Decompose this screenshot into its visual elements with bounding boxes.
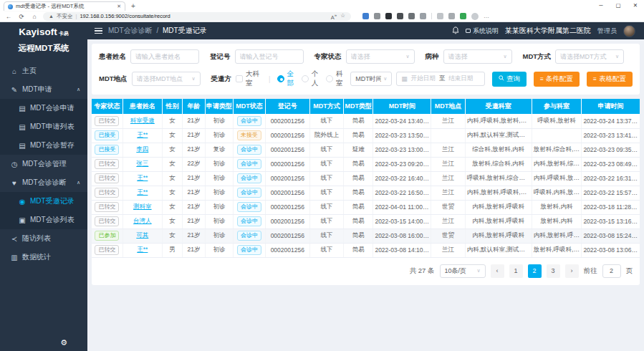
column-header-登记号: 登记号 (265, 99, 309, 114)
sidebar-item-label: 随访列表 (22, 234, 51, 244)
browser-tab[interactable]: mdt受邀记录 - 远程MDT系统 ✕ (4, 1, 125, 11)
big-dept-checkbox[interactable] (236, 75, 243, 82)
sidebar-item-MDT会诊申请[interactable]: ▤MDT会诊申请 (0, 99, 87, 117)
extension-icon[interactable] (362, 13, 369, 19)
page-size-select[interactable]: 10条/页 ∨ (440, 264, 486, 278)
radio-dot-icon (326, 75, 333, 82)
mdt-time-type-select[interactable]: MDT时间 ∨ (350, 72, 392, 86)
age-cell: 21岁 (183, 186, 205, 200)
sidebar-item-MDT申请[interactable]: ✎MDT申请∧ (0, 80, 87, 99)
patient-name-cell[interactable]: 测科室 (122, 200, 162, 214)
invitee-radio-科室[interactable]: 科室 (326, 69, 343, 88)
sidebar-item-MDT申请列表[interactable]: ▤MDT申请列表 (0, 117, 87, 136)
patient-name-link[interactable]: 王** (137, 188, 148, 196)
patient-name-input[interactable] (130, 49, 199, 64)
patient-name-cell[interactable]: 台湾人 (122, 214, 162, 229)
table-row: 已转交台湾人女21岁初诊会诊中0002001256线下简易2022-03-15 … (92, 214, 640, 229)
collections-icon[interactable] (448, 13, 455, 19)
page-button-1[interactable]: 1 (509, 264, 523, 278)
minimize-button[interactable]: ─ (592, 0, 610, 10)
invitee-radio-group: 全部个人科室 (277, 69, 351, 88)
sidebar-item-MDT会诊管理[interactable]: ◷MDT会诊管理 (0, 155, 87, 173)
patient-name-link[interactable]: 李四 (136, 145, 148, 153)
favorite-star-icon[interactable]: ☆ (340, 12, 345, 21)
close-button[interactable]: ✕ (627, 0, 644, 10)
sidebar-item-主页[interactable]: ⌂主页 (0, 62, 87, 80)
mdt-status-cell: 会诊中 (234, 243, 265, 257)
maximize-button[interactable]: ▢ (610, 0, 627, 10)
search-button[interactable]: 查询 (492, 72, 527, 87)
sidebar-item-label: MDT会诊申请 (30, 103, 75, 113)
patient-name-link[interactable]: 台湾人 (133, 217, 152, 224)
extension-icon[interactable] (408, 13, 415, 19)
extension-icon[interactable] (385, 13, 392, 19)
sidebar-item-MDT会诊暂存[interactable]: ▤MDT会诊暂存 (0, 136, 87, 155)
patient-name-link[interactable]: 王** (137, 246, 148, 253)
registration-no-input[interactable] (240, 53, 299, 60)
date-range-picker[interactable]: ▦ 开始日期 至 结束日期 (396, 72, 485, 86)
patient-name-cell[interactable]: 王** (122, 243, 162, 257)
home-icon[interactable]: ⌂ (30, 13, 39, 20)
settings-gear-icon[interactable]: ⚙ (60, 338, 67, 347)
patient-name-input[interactable] (135, 53, 194, 60)
invitee-radio-个人[interactable]: 个人 (302, 69, 319, 88)
system-help-link[interactable]: 系统说明 (466, 27, 499, 36)
mdt-mode-select[interactable]: 请选择MDT方式∨ (555, 49, 624, 64)
mdt-location-select[interactable]: 请选择MDT地点 ∨ (132, 72, 201, 86)
invitee-radio-全部[interactable]: 全部 (277, 69, 294, 88)
tab-close-icon[interactable]: ✕ (117, 4, 121, 9)
patient-name-link[interactable]: 科室受邀 (130, 117, 155, 124)
browser-menu-icon[interactable]: … (484, 13, 490, 19)
page-button-3[interactable]: 3 (547, 264, 560, 278)
column-header-申请时间: 申请时间 (582, 99, 640, 114)
patient-name-cell[interactable]: 王** (122, 128, 162, 143)
table-config-button[interactable]: ≡ 表格配置 (587, 72, 633, 87)
patient-name-cell[interactable]: 王** (122, 186, 162, 200)
menu-collapse-icon[interactable] (95, 28, 102, 34)
page-button-2[interactable]: 2 (528, 264, 542, 278)
extension-icon[interactable] (374, 13, 380, 19)
condition-config-button[interactable]: ≡ 条件配置 (534, 72, 580, 87)
age-cell: 21岁 (183, 128, 205, 143)
table-row: 已参加可其女21岁初诊会诊中0002001256线下简易2022-03-08 1… (92, 229, 640, 243)
back-icon[interactable]: ← (4, 13, 13, 20)
search-icon (499, 75, 504, 82)
sidebar-item-数据统计[interactable]: ▥数据统计 (0, 248, 87, 266)
mdt-mode-cell: 线下 (309, 229, 343, 243)
read-aloud-icon[interactable]: A» (331, 12, 337, 21)
prev-page-button[interactable]: ‹ (491, 264, 504, 278)
refresh-icon[interactable]: ⟳ (17, 13, 26, 20)
split-screen-icon[interactable] (437, 13, 443, 19)
sidebar-item-MDT受邀记录[interactable]: ◉MDT受邀记录 (0, 192, 87, 211)
notification-bell-icon[interactable] (452, 24, 459, 37)
new-tab-button[interactable]: + (131, 1, 135, 11)
expert-status-select[interactable]: 请选择∨ (346, 49, 415, 64)
sidebar-item-MDT会诊诊断[interactable]: ♥MDT会诊诊断∧ (0, 173, 87, 192)
next-page-button[interactable]: › (565, 264, 579, 278)
patient-name-cell[interactable]: 王** (122, 171, 162, 186)
patient-name-link[interactable]: 可其 (136, 231, 148, 239)
patient-name-cell[interactable]: 李四 (122, 143, 162, 157)
sidebar-item-随访列表[interactable]: ≺随访列表 (0, 229, 87, 248)
extension-icon[interactable] (460, 13, 466, 19)
sidebar-item-MDT会诊列表[interactable]: ▣MDT会诊列表 (0, 211, 87, 229)
goto-page-input[interactable] (602, 264, 621, 278)
patient-name-cell[interactable]: 张三 (122, 157, 162, 171)
browser-profile-avatar[interactable] (471, 13, 479, 20)
patient-name-link[interactable]: 张三 (136, 160, 148, 167)
extension-icon[interactable] (397, 13, 403, 19)
registration-no-input[interactable] (235, 49, 304, 64)
patient-name-cell[interactable]: 可其 (122, 229, 162, 243)
url-field[interactable]: ▲ 不安全 | 192.168.0.156:9002/consultate/re… (43, 12, 351, 21)
mdt-status-badge: 未接受 (237, 130, 261, 140)
patient-name-link[interactable]: 王** (137, 131, 148, 138)
patient-name-link[interactable]: 王** (137, 174, 148, 181)
mdt-time-cell: 2022-03-23 09:20:00 (373, 157, 431, 171)
join-depts-cell: 内科,放射科,呼吸科,测试科室 (532, 229, 582, 243)
extension-icon[interactable] (420, 13, 426, 19)
user-role: 管理员 (597, 27, 617, 36)
patient-name-cell[interactable]: 科室受邀 (122, 114, 162, 128)
disease-select[interactable]: 请选择∨ (443, 49, 512, 64)
user-avatar[interactable] (623, 25, 635, 37)
patient-name-link[interactable]: 测科室 (133, 203, 152, 210)
